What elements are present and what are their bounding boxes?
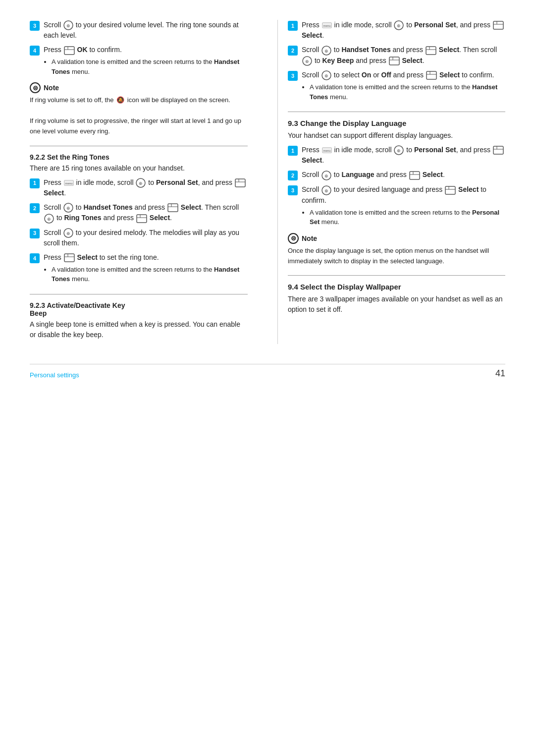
step-badge: 3 <box>30 229 40 238</box>
step-badge-4: 4 <box>30 46 40 56</box>
divider-4 <box>288 275 505 276</box>
scroll-icon <box>321 70 331 80</box>
menu-icon <box>322 20 332 30</box>
select-icon <box>445 186 456 195</box>
scroll-icon <box>321 171 331 180</box>
menu-icon <box>64 178 74 188</box>
note-text-2: Once the display language is set, the op… <box>288 246 505 267</box>
note-box-2: ⊜ Note Once the display language is set,… <box>288 233 505 267</box>
step-content: Scroll to select On or Off and press Sel… <box>302 70 505 103</box>
select-icon <box>493 21 504 30</box>
step-item: 2 Scroll to Handset Tones and press Sele… <box>30 202 248 224</box>
scroll-icon <box>302 56 312 66</box>
step-badge: 1 <box>288 146 298 156</box>
step-content: Press in idle mode, scroll to Personal S… <box>302 20 505 41</box>
note-title-2: Note <box>302 234 317 242</box>
step-content: Press in idle mode, scroll to Personal S… <box>44 177 248 198</box>
scroll-icon <box>136 178 146 188</box>
section-922-heading: 9.2.2 Set the Ring Tones <box>30 153 248 161</box>
divider-1 <box>30 146 248 146</box>
select-icon <box>136 214 147 223</box>
section-93: 9.3 Change the Display Language Your han… <box>288 119 505 228</box>
section-922-steps: 1 Press in idle mode, scroll to Personal… <box>30 177 248 285</box>
note-icon-1: ⊜ <box>30 82 41 93</box>
divider-2 <box>30 294 248 294</box>
section-922-intro: There are 15 ring tones available on you… <box>30 163 248 174</box>
scroll-icon <box>394 20 404 30</box>
section-923-intro: A single beep tone is emitted when a key… <box>30 319 248 340</box>
select-icon <box>426 71 437 80</box>
step-badge: 1 <box>30 178 40 188</box>
right-column: 1 Press in idle mode, scroll to Personal… <box>277 20 505 344</box>
section-93-heading: 9.3 Change the Display Language <box>288 119 505 127</box>
bullet-item: A validation tone is emitted and the scr… <box>52 57 248 76</box>
step-item: 4 Press Select to set the ring tone. A v… <box>30 252 248 285</box>
step-item: 1 Press in idle mode, scroll to Personal… <box>30 177 248 198</box>
step-content: Scroll to Handset Tones and press Select… <box>302 45 505 66</box>
top-steps: 3 Scroll to your desired volume level. T… <box>30 20 248 77</box>
scroll-icon <box>321 46 331 56</box>
note-header-2: ⊜ Note <box>288 233 505 244</box>
step-badge: 4 <box>30 253 40 263</box>
select-icon <box>167 203 178 212</box>
step-4-content: Press OK to confirm. A validation tone i… <box>44 45 248 77</box>
note-header-1: ⊜ Note <box>30 82 248 93</box>
step-item: 4 Press OK to confirm. A validation tone… <box>30 45 248 77</box>
bullet-item: A validation tone is emitted and the scr… <box>310 82 505 102</box>
scroll-icon <box>63 228 73 238</box>
select-icon <box>409 171 420 180</box>
section-94-intro: There are 3 wallpaper images available o… <box>288 294 505 315</box>
section-922: 9.2.2 Set the Ring Tones There are 15 ri… <box>30 153 248 285</box>
section-923-heading: 9.2.3 Activate/Deactivate Key Beep <box>30 301 248 317</box>
step-content: Scroll to your desired melody. The melod… <box>44 228 248 248</box>
select-icon <box>235 178 246 187</box>
scroll-icon <box>63 203 73 213</box>
note-box-1: ⊜ Note If ring volume is set to off, the… <box>30 82 248 136</box>
section-94-heading: 9.4 Select the Display Wallpaper <box>288 283 505 291</box>
step-content: Press Select to set the ring tone. A val… <box>44 252 248 285</box>
page-number: 41 <box>495 368 505 379</box>
section-94: 9.4 Select the Display Wallpaper There a… <box>288 283 505 315</box>
step-badge: 2 <box>30 203 40 213</box>
select-icon <box>64 253 75 262</box>
divider-3 <box>288 112 505 112</box>
scroll-icon <box>321 185 331 195</box>
step-item: 3 Scroll to your desired melody. The mel… <box>30 228 248 248</box>
step-badge: 1 <box>288 21 298 31</box>
section-923-steps: 1 Press in idle mode, scroll to Personal… <box>288 20 505 103</box>
step-3-content: Scroll to your desired volume level. The… <box>44 20 248 41</box>
bullet-item: A validation tone is emitted and the scr… <box>52 265 248 284</box>
footer-section-label: Personal settings <box>30 371 79 379</box>
step-item: 1 Press in idle mode, scroll to Personal… <box>288 145 505 166</box>
step-item: 2 Scroll to Language and press Select. <box>288 170 505 180</box>
step-content: Press in idle mode, scroll to Personal S… <box>302 145 505 166</box>
main-content: 3 Scroll to your desired volume level. T… <box>30 20 505 344</box>
section-923: 9.2.3 Activate/Deactivate Key Beep A sin… <box>30 301 248 340</box>
scroll-icon <box>44 214 54 224</box>
note-icon-2: ⊜ <box>288 233 299 244</box>
step-content: Scroll to Language and press Select. <box>302 170 505 180</box>
select-icon <box>389 57 400 65</box>
step-badge: 3 <box>288 185 298 195</box>
section-93-intro: Your handset can support different displ… <box>288 130 505 141</box>
muted-bell-icon: 🔕 <box>116 95 124 106</box>
step-content: Scroll to Handset Tones and press Select… <box>44 202 248 224</box>
step-item: 2 Scroll to Handset Tones and press Sele… <box>288 45 505 66</box>
step-item: 3 Scroll to select On or Off and press S… <box>288 70 505 103</box>
step-badge: 2 <box>288 171 298 180</box>
menu-icon <box>322 145 332 155</box>
step-item: 3 Scroll to your desired volume level. T… <box>30 20 248 41</box>
scroll-icon <box>63 20 73 30</box>
select-icon <box>426 46 436 55</box>
step-content: Scroll to your desired language and pres… <box>302 184 505 228</box>
select-icon <box>64 46 75 55</box>
page-footer: Personal settings 41 <box>30 364 505 379</box>
step-item: 3 Scroll to your desired language and pr… <box>288 184 505 228</box>
note-text-1: If ring volume is set to off, the 🔕 icon… <box>30 95 248 136</box>
note-title-1: Note <box>44 84 59 92</box>
step-badge: 2 <box>288 46 298 56</box>
step-badge: 3 <box>288 71 298 81</box>
bullet-item: A validation tone is emitted and the scr… <box>310 208 505 227</box>
step-badge-3: 3 <box>30 21 40 31</box>
left-column: 3 Scroll to your desired volume level. T… <box>30 20 258 344</box>
